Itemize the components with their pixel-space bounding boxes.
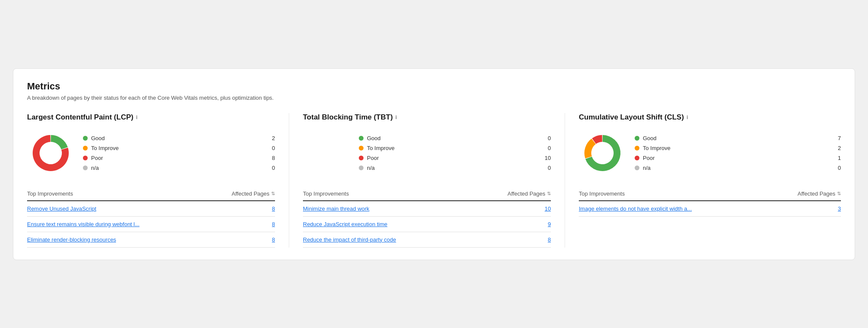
sort-icon-cls[interactable]: ⇅ bbox=[837, 191, 841, 196]
row-value-cls-0[interactable]: 3 bbox=[832, 205, 841, 212]
legend-label-cls-2: Poor bbox=[643, 155, 829, 161]
legend-value-cls-0: 7 bbox=[832, 135, 841, 141]
metric-title-tbt: Total Blocking Time (TBT) i bbox=[303, 113, 551, 122]
legend-label-cls-1: To Improve bbox=[643, 145, 829, 151]
legend-dot-cls-2 bbox=[635, 156, 639, 160]
legend-dot-cls-0 bbox=[635, 136, 639, 141]
row-value-lcp-0[interactable]: 8 bbox=[266, 205, 275, 212]
th-pages-cls[interactable]: Affected Pages ⇅ bbox=[798, 190, 841, 197]
table-row: Ensure text remains visible during webfo… bbox=[27, 217, 275, 232]
chart-legend-row-lcp: Good 2 To Improve 0 Poor 8 n/a 0 bbox=[27, 129, 275, 177]
table-row: Reduce the impact of third-party code 8 bbox=[303, 232, 551, 248]
row-value-lcp-1[interactable]: 8 bbox=[266, 221, 275, 227]
legend-item-lcp-3: n/a 0 bbox=[83, 165, 275, 171]
legend-dot-tbt-3 bbox=[359, 166, 364, 170]
th-pages-label-cls: Affected Pages bbox=[798, 190, 835, 197]
th-improvements-tbt: Top Improvements bbox=[303, 190, 349, 197]
row-link-tbt-1[interactable]: Reduce JavaScript execution time bbox=[303, 221, 388, 227]
metric-section-cls: Cumulative Layout Shift (CLS) i Good 7 T… bbox=[579, 113, 841, 248]
row-value-lcp-2[interactable]: 8 bbox=[266, 236, 275, 243]
page-subtitle: A breakdown of pages by their status for… bbox=[27, 95, 841, 101]
legend-value-cls-3: 0 bbox=[832, 165, 841, 171]
metric-title-text-cls: Cumulative Layout Shift (CLS) bbox=[579, 113, 684, 122]
legend-label-tbt-1: To Improve bbox=[367, 145, 539, 151]
row-value-tbt-0[interactable]: 10 bbox=[542, 205, 551, 212]
row-value-tbt-2[interactable]: 8 bbox=[542, 236, 551, 243]
table-row: Image elements do not have explicit widt… bbox=[579, 201, 841, 217]
legend-item-cls-0: Good 7 bbox=[635, 135, 841, 141]
table-header-lcp: Top Improvements Affected Pages ⇅ bbox=[27, 187, 275, 201]
legend-label-lcp-3: n/a bbox=[91, 165, 263, 171]
legend-dot-lcp-1 bbox=[83, 146, 88, 150]
legend-label-tbt-2: Poor bbox=[367, 155, 539, 161]
row-link-cls-0[interactable]: Image elements do not have explicit widt… bbox=[579, 205, 692, 212]
legend-label-tbt-3: n/a bbox=[367, 165, 539, 171]
row-link-lcp-2[interactable]: Eliminate render-blocking resources bbox=[27, 236, 116, 243]
table-lcp: Top Improvements Affected Pages ⇅ Remove… bbox=[27, 187, 275, 248]
table-row: Reduce JavaScript execution time 9 bbox=[303, 217, 551, 232]
metric-section-lcp: Largest Contentful Paint (LCP) i Good 2 … bbox=[27, 113, 289, 248]
legend-dot-lcp-3 bbox=[83, 166, 88, 170]
metric-title-lcp: Largest Contentful Paint (LCP) i bbox=[27, 113, 275, 122]
row-value-tbt-1[interactable]: 9 bbox=[542, 221, 551, 227]
legend-item-tbt-2: Poor 10 bbox=[359, 155, 551, 161]
legend-item-tbt-1: To Improve 0 bbox=[359, 145, 551, 151]
legend-item-cls-3: n/a 0 bbox=[635, 165, 841, 171]
legend-label-cls-3: n/a bbox=[643, 165, 829, 171]
info-icon-cls[interactable]: i bbox=[687, 114, 688, 120]
th-improvements-lcp: Top Improvements bbox=[27, 190, 73, 197]
sort-icon-lcp[interactable]: ⇅ bbox=[271, 191, 275, 196]
legend-value-tbt-2: 10 bbox=[542, 155, 551, 161]
chart-legend-row-tbt: Good 0 To Improve 0 Poor 10 n/a 0 bbox=[303, 129, 551, 177]
row-link-tbt-0[interactable]: Minimize main thread work bbox=[303, 205, 370, 212]
legend-dot-tbt-2 bbox=[359, 156, 364, 160]
legend-value-cls-1: 2 bbox=[832, 145, 841, 151]
legend-value-tbt-0: 0 bbox=[542, 135, 551, 141]
info-icon-tbt[interactable]: i bbox=[395, 114, 397, 120]
row-link-lcp-1[interactable]: Ensure text remains visible during webfo… bbox=[27, 221, 140, 227]
sort-icon-tbt[interactable]: ⇅ bbox=[547, 191, 551, 196]
row-link-lcp-0[interactable]: Remove Unused JavaScript bbox=[27, 205, 96, 212]
metric-title-text-lcp: Largest Contentful Paint (LCP) bbox=[27, 113, 133, 122]
legend-cls: Good 7 To Improve 2 Poor 1 n/a 0 bbox=[635, 135, 841, 171]
legend-value-tbt-3: 0 bbox=[542, 165, 551, 171]
legend-value-cls-2: 1 bbox=[832, 155, 841, 161]
row-link-tbt-2[interactable]: Reduce the impact of third-party code bbox=[303, 236, 396, 243]
th-improvements-cls: Top Improvements bbox=[579, 190, 625, 197]
legend-dot-tbt-1 bbox=[359, 146, 364, 150]
chart-legend-row-cls: Good 7 To Improve 2 Poor 1 n/a 0 bbox=[579, 129, 841, 177]
table-row: Minimize main thread work 10 bbox=[303, 201, 551, 217]
legend-value-tbt-1: 0 bbox=[542, 145, 551, 151]
metric-title-cls: Cumulative Layout Shift (CLS) i bbox=[579, 113, 841, 122]
legend-label-lcp-1: To Improve bbox=[91, 145, 263, 151]
legend-tbt: Good 0 To Improve 0 Poor 10 n/a 0 bbox=[359, 135, 551, 171]
table-cls: Top Improvements Affected Pages ⇅ Image … bbox=[579, 187, 841, 217]
table-tbt: Top Improvements Affected Pages ⇅ Minimi… bbox=[303, 187, 551, 248]
page-title: Metrics bbox=[27, 81, 841, 92]
legend-label-cls-0: Good bbox=[643, 135, 829, 141]
table-row: Eliminate render-blocking resources 8 bbox=[27, 232, 275, 248]
table-header-cls: Top Improvements Affected Pages ⇅ bbox=[579, 187, 841, 201]
th-pages-lcp[interactable]: Affected Pages ⇅ bbox=[232, 190, 275, 197]
legend-dot-cls-3 bbox=[635, 166, 639, 170]
legend-item-lcp-0: Good 2 bbox=[83, 135, 275, 141]
metric-title-text-tbt: Total Blocking Time (TBT) bbox=[303, 113, 393, 122]
legend-label-lcp-2: Poor bbox=[91, 155, 263, 161]
legend-dot-lcp-0 bbox=[83, 136, 88, 141]
metric-section-tbt: Total Blocking Time (TBT) i Good 0 To Im… bbox=[303, 113, 565, 248]
legend-item-tbt-0: Good 0 bbox=[359, 135, 551, 141]
legend-value-lcp-0: 2 bbox=[266, 135, 275, 141]
donut-chart-cls bbox=[579, 129, 626, 177]
legend-item-lcp-2: Poor 8 bbox=[83, 155, 275, 161]
legend-dot-tbt-0 bbox=[359, 136, 364, 141]
legend-value-lcp-3: 0 bbox=[266, 165, 275, 171]
metrics-card: Metrics A breakdown of pages by their st… bbox=[13, 68, 855, 260]
legend-item-cls-1: To Improve 2 bbox=[635, 145, 841, 151]
info-icon-lcp[interactable]: i bbox=[136, 114, 138, 120]
th-pages-label-lcp: Affected Pages bbox=[232, 190, 269, 197]
legend-label-lcp-0: Good bbox=[91, 135, 263, 141]
legend-dot-cls-1 bbox=[635, 146, 639, 150]
legend-value-lcp-2: 8 bbox=[266, 155, 275, 161]
th-pages-tbt[interactable]: Affected Pages ⇅ bbox=[507, 190, 551, 197]
table-row: Remove Unused JavaScript 8 bbox=[27, 201, 275, 217]
